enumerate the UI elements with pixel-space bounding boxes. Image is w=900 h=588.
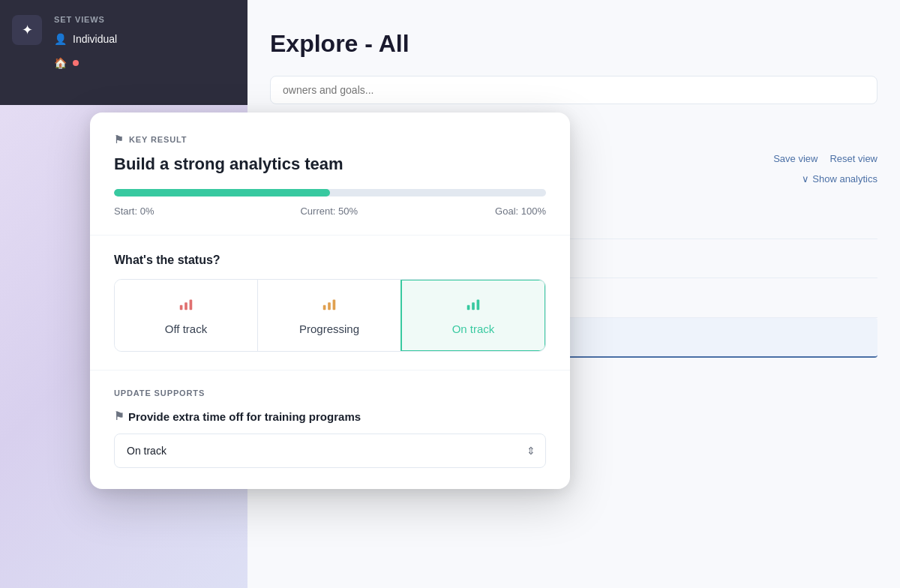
on-track-icon [465,296,482,316]
svg-rect-7 [472,302,475,310]
set-views-label: SET VIEWS [54,15,236,24]
modal-card: ⚑ KEY RESULT Build a strong analytics te… [90,112,570,489]
search-input[interactable] [270,76,878,104]
save-view-link[interactable]: Save view [773,153,818,164]
individual-item[interactable]: 👤 Individual [54,33,236,45]
progress-current: Current: 50% [300,206,358,217]
sidebar-logo: ✦ [12,15,42,45]
support-item-text: Provide extra time off for training prog… [128,410,361,423]
on-track-label: On track [452,322,495,335]
progressing-icon [321,296,338,316]
key-result-icon: ⚑ [114,134,124,146]
progress-bar-fill [114,189,330,196]
support-item-title: ⚑ Provide extra time off for training pr… [114,410,546,423]
svg-rect-8 [477,300,480,310]
status-options: Off track Progressing [114,279,546,352]
show-analytics-label: Show analytics [812,173,878,184]
status-select-wrap: On track Progressing Off track ⇕ [114,434,546,468]
home-nav-item[interactable]: 🏠 [54,57,236,69]
modal-title: Build a strong analytics team [114,154,546,174]
support-item-icon: ⚑ [114,410,124,423]
sidebar-nav: SET VIEWS 👤 Individual 🏠 [54,15,236,69]
svg-rect-5 [333,300,336,310]
notification-dot [73,60,79,66]
svg-rect-4 [328,302,331,310]
key-result-label: ⚑ KEY RESULT [114,134,546,146]
progressing-label: Progressing [299,322,359,335]
update-section: UPDATE SUPPORTS ⚑ Provide extra time off… [90,370,570,489]
on-track-option[interactable]: On track [400,279,546,352]
status-question: What's the status? [114,254,546,267]
progress-labels: Start: 0% Current: 50% Goal: 100% [114,206,546,217]
svg-rect-6 [467,305,470,310]
logo-icon: ✦ [22,22,33,38]
page-title: Explore - All [270,30,878,58]
support-status-select[interactable]: On track Progressing Off track [114,434,546,468]
view-type-label: Individual [73,33,117,45]
status-section: What's the status? Off track [90,236,570,370]
show-analytics-button[interactable]: ∨ Show analytics [802,173,878,184]
update-supports-label: UPDATE SUPPORTS [114,388,546,398]
svg-rect-2 [190,300,193,310]
show-analytics-chevron: ∨ [802,173,809,184]
svg-rect-3 [323,305,326,310]
off-track-icon [178,296,194,316]
progressing-option[interactable]: Progressing [258,280,401,351]
home-icon: 🏠 [54,57,67,69]
sidebar-top: ✦ SET VIEWS 👤 Individual 🏠 [0,0,248,105]
progress-start: Start: 0% [114,206,154,217]
svg-rect-1 [184,302,188,310]
user-icon: 👤 [54,33,67,45]
key-result-text: KEY RESULT [129,135,187,144]
reset-view-link[interactable]: Reset view [830,153,878,164]
modal-header-section: ⚑ KEY RESULT Build a strong analytics te… [90,112,570,236]
progress-goal: Goal: 100% [495,206,546,217]
progress-bar-track [114,189,546,196]
off-track-option[interactable]: Off track [115,280,258,351]
off-track-label: Off track [165,322,207,335]
svg-rect-0 [180,305,183,310]
